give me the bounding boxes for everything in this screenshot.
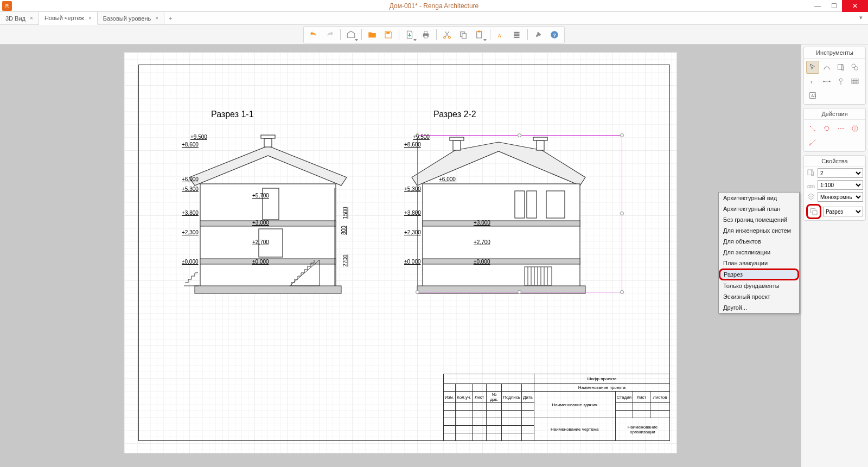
svg-point-48 (854, 67, 858, 71)
close-button[interactable]: ✕ (842, 0, 868, 12)
tab-label: Базовый уровень (103, 15, 151, 22)
svg-rect-12 (514, 34, 520, 36)
export-button[interactable] (402, 28, 417, 42)
viewtype-icon (809, 207, 819, 216)
copy-button[interactable] (456, 28, 471, 42)
property-scale-select[interactable]: 1:100 (818, 180, 863, 190)
close-icon[interactable]: × (30, 15, 33, 21)
svg-rect-3 (424, 35, 427, 38)
section-tool[interactable] (834, 61, 847, 74)
axis-tool[interactable] (834, 75, 847, 88)
svg-rect-13 (514, 36, 520, 37)
select-tool[interactable] (806, 61, 819, 74)
svg-point-51 (823, 81, 825, 82)
tab-base-level[interactable]: Базовый уровень × (98, 12, 164, 24)
tab-new-drawing[interactable]: Новый чертеж × (39, 12, 98, 25)
svg-point-53 (839, 79, 842, 81)
sheet-tool[interactable]: A1 (806, 89, 819, 102)
tab-label: Новый чертеж (44, 15, 84, 21)
toolbar-area: A ? (0, 25, 868, 44)
line-tool[interactable] (820, 61, 833, 74)
canvas[interactable]: Разрез 1-1 Разрез 2-2 (0, 44, 801, 467)
property-style-select[interactable]: Монохромнь (818, 192, 863, 202)
dropdown-item[interactable]: Эскизный проект (719, 291, 799, 302)
window-title: Дом-001* - Renga Architecture (390, 2, 479, 10)
close-icon[interactable]: × (155, 15, 158, 21)
dropdown-item[interactable]: Другой... (719, 302, 799, 313)
dimension-tool[interactable] (820, 75, 833, 88)
minimize-button[interactable]: — (809, 0, 826, 12)
style-icon (806, 192, 816, 202)
paste-button[interactable] (472, 28, 487, 42)
dropdown-item[interactable]: Для инженерных систем (719, 225, 799, 236)
actions-panel: Действия (803, 108, 866, 152)
property-name-select[interactable]: 2 (818, 168, 863, 178)
dropdown-item[interactable]: Для экспликации (719, 247, 799, 258)
property-viewtype-select[interactable]: Разрез (823, 207, 863, 216)
svg-rect-18 (261, 135, 275, 138)
settings-button[interactable] (531, 28, 546, 42)
property-scale-row: 1:100 (804, 179, 865, 191)
svg-rect-69 (808, 185, 814, 188)
panel-title: Действия (804, 108, 865, 120)
svg-rect-17 (264, 138, 272, 147)
svg-point-65 (840, 128, 841, 129)
rotate-action[interactable] (820, 122, 833, 135)
print-button[interactable] (418, 28, 433, 42)
svg-text:T: T (810, 80, 813, 85)
copy-action[interactable] (834, 122, 847, 135)
svg-rect-7 (462, 33, 467, 38)
svg-rect-9 (478, 30, 481, 32)
open-button[interactable] (365, 28, 380, 42)
right-panel-column: Инструменты T A1 Действия (801, 44, 868, 467)
svg-text:A: A (498, 33, 501, 38)
maximize-button[interactable]: ☐ (826, 0, 842, 12)
viewtype-dropdown-list[interactable]: Архитектурный вид Архитектурный план Без… (718, 192, 800, 314)
text-tool[interactable]: T (806, 75, 819, 88)
svg-point-63 (814, 130, 815, 131)
table-tool[interactable] (848, 75, 861, 88)
mirror-action[interactable] (848, 122, 861, 135)
dropdown-item[interactable]: Только фундаменты (719, 280, 799, 291)
redo-button[interactable] (322, 28, 337, 42)
building-section-1 (178, 134, 358, 297)
dropdown-item[interactable]: Для объектов (719, 236, 799, 247)
collapse-ribbon-icon[interactable]: ▾ (859, 14, 866, 21)
svg-text:?: ? (553, 33, 556, 37)
view-button[interactable] (343, 28, 359, 42)
tools-panel: Инструменты T A1 (803, 47, 866, 105)
main-toolbar: A ? (303, 26, 565, 43)
save-button[interactable] (381, 28, 396, 42)
dropdown-item[interactable]: Архитектурный план (719, 203, 799, 214)
measure-action[interactable] (806, 136, 819, 149)
move-action[interactable] (806, 122, 819, 135)
tabbar: 3D Вид × Новый чертеж × Базовый уровень … (0, 12, 868, 25)
undo-button[interactable] (306, 28, 321, 42)
tab-3d-view[interactable]: 3D Вид × (0, 12, 39, 24)
property-style-row: Монохромнь (804, 191, 865, 203)
dropdown-item[interactable]: Архитектурный вид (719, 193, 799, 203)
titlebar: R Дом-001* - Renga Architecture — ☐ ✕ (0, 0, 868, 12)
cut-button[interactable] (439, 28, 455, 42)
svg-rect-22 (195, 286, 341, 293)
properties-panel: Свойства 2 1:100 Монохромнь Разрез (803, 155, 866, 221)
dropdown-item[interactable]: Без границ помещений (719, 214, 799, 225)
close-icon[interactable]: × (88, 15, 92, 21)
dropdown-item-selected[interactable]: Разрез (719, 268, 799, 280)
svg-rect-0 (386, 31, 390, 34)
svg-rect-74 (813, 210, 817, 215)
selection-box[interactable] (417, 135, 622, 292)
add-tab-button[interactable]: + (164, 12, 176, 24)
app-icon: R (2, 1, 12, 11)
svg-point-4 (444, 36, 446, 39)
layers-button[interactable] (509, 28, 525, 42)
help-button[interactable]: ? (547, 28, 562, 42)
dropdown-item[interactable]: План эвакуации (719, 258, 799, 268)
svg-point-52 (829, 81, 831, 82)
panel-title: Свойства (804, 156, 865, 167)
drawing-sheet: Разрез 1-1 Разрез 2-2 (124, 52, 677, 453)
hatch-tool[interactable] (848, 61, 861, 74)
text-style-button[interactable]: A (493, 28, 508, 42)
property-name-row: 2 (804, 167, 865, 179)
svg-rect-55 (852, 79, 858, 84)
